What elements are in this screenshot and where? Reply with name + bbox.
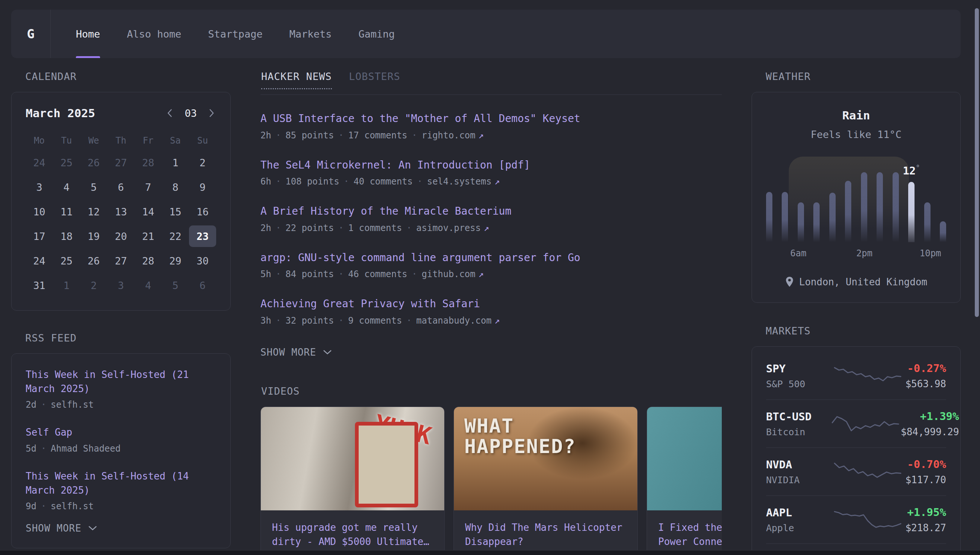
calendar-day: 10	[26, 201, 53, 223]
bottom-edge-band	[0, 550, 980, 555]
news-item-title[interactable]: Achieving Great Privacy with Safari	[260, 297, 722, 312]
source-link[interactable]: github.com↗	[422, 269, 484, 279]
market-row-spy[interactable]: SPYS&P 500-0.27%$563.98	[766, 352, 946, 399]
video-title[interactable]: I Fixed the 5Power Connect	[658, 521, 722, 549]
video-title[interactable]: Why Did The Mars HelicopterDisappear?	[465, 521, 626, 549]
weather-bar	[829, 193, 836, 242]
thumbnail-overlay-text: WHAT HAPPENED?	[464, 416, 637, 456]
calendar-next-icon[interactable]	[207, 107, 216, 119]
video-card[interactable]: YUCKHis upgrade got me reallydirty - AMD…	[260, 407, 444, 555]
weather-feels-like: Feels like 11°C	[765, 129, 947, 140]
weather-location: London, United Kingdom	[799, 276, 927, 287]
calendar-day: 2	[80, 274, 107, 296]
calendar-day: 21	[135, 225, 162, 247]
nav-tab-also-home[interactable]: Also home	[127, 10, 181, 58]
news-tab-hacker-news[interactable]: HACKER NEWS	[261, 71, 332, 89]
news-tabs: HACKER NEWSLOBSTERS	[261, 71, 722, 89]
weather-bar	[877, 172, 883, 242]
news-item-title[interactable]: A USB Interface to the "Mother of All De…	[260, 111, 722, 127]
calendar-day: 13	[107, 201, 134, 223]
market-sparkline	[830, 459, 905, 485]
weather-chart: 12°	[765, 157, 947, 242]
weather-condition: Rain	[765, 109, 947, 122]
news-tab-lobsters[interactable]: LOBSTERS	[349, 71, 400, 89]
weather-bar-slot: 12°	[908, 172, 914, 242]
source-link[interactable]: righto.com↗	[422, 130, 484, 141]
video-card-body: His upgrade got me reallydirty - AMD $50…	[261, 510, 444, 555]
source-link[interactable]: asimov.press↗	[416, 223, 489, 233]
nav-tab-gaming[interactable]: Gaming	[358, 10, 395, 58]
market-change: +1.39%	[901, 410, 959, 423]
weather-bar-slot	[829, 172, 836, 242]
weather-bar	[924, 202, 930, 242]
item-meta: 3h·32 points·9 comments·matanabudy.com↗	[260, 316, 722, 326]
meta-part: 2h	[260, 130, 271, 141]
external-link-icon: ↗	[478, 269, 484, 279]
chevron-down-icon	[87, 525, 98, 532]
calendar-day: 15	[162, 201, 189, 223]
news-item-title[interactable]: A Brief History of the Miracle Bacterium	[260, 204, 722, 219]
market-values: -0.70%$117.70	[905, 458, 946, 486]
market-price: $563.98	[905, 378, 946, 390]
meta-part: 2d	[26, 399, 37, 410]
market-row-btc-usd[interactable]: BTC-USDBitcoin+1.39%$84,999.29	[766, 399, 946, 448]
nav-tab-markets[interactable]: Markets	[289, 10, 332, 58]
weather-bar-slot	[782, 172, 788, 242]
video-title[interactable]: His upgrade got me reallydirty - AMD $50…	[272, 521, 433, 549]
calendar-prev-icon[interactable]	[165, 107, 175, 119]
weather-bar	[845, 181, 851, 242]
rss-show-more-button[interactable]: SHOW MORE	[26, 523, 98, 534]
news-show-more-button[interactable]: SHOW MORE	[260, 347, 333, 358]
calendar-day: 24	[26, 250, 53, 271]
source-link[interactable]: sel4.systems↗	[427, 176, 500, 187]
calendar-day: 17	[26, 225, 53, 247]
news-item: A Brief History of the Miracle Bacterium…	[260, 204, 722, 233]
news-item: argp: GNU-style command line argument pa…	[260, 250, 722, 280]
videos-carousel: YUCKHis upgrade got me reallydirty - AMD…	[260, 407, 722, 555]
app-logo[interactable]: G	[11, 10, 51, 58]
rss-item-title[interactable]: This Week in Self-Hosted (14 March 2025)	[26, 470, 216, 497]
market-symbol: AAPL	[766, 506, 830, 519]
video-card[interactable]: WHAT HAPPENED?Why Did The Mars Helicopte…	[454, 407, 638, 555]
market-values: +1.95%$218.27	[905, 506, 946, 533]
weather-bar-slot	[798, 172, 804, 242]
markets-card: SPYS&P 500-0.27%$563.98BTC-USDBitcoin+1.…	[752, 346, 961, 555]
calendar-day: 4	[53, 176, 80, 198]
weather-bar	[798, 202, 804, 242]
market-row-aapl[interactable]: AAPLApple+1.95%$218.27	[766, 496, 946, 544]
market-name: NVIDIA	[766, 475, 830, 486]
weather-bar-slot	[877, 172, 883, 242]
calendar-day: 26	[80, 152, 107, 173]
calendar-weekday: Th	[107, 132, 134, 149]
calendar-weekday: We	[80, 132, 107, 149]
source-link[interactable]: matanabudy.com↗	[416, 316, 500, 326]
market-id: NVDANVIDIA	[766, 458, 830, 486]
rss-item-title[interactable]: This Week in Self-Hosted (21 March 2025)	[26, 368, 216, 396]
calendar-grid: MoTuWeThFrSaSu24252627281234567891011121…	[26, 132, 216, 296]
market-values: -0.27%$563.98	[905, 362, 946, 390]
nav-tab-home[interactable]: Home	[76, 10, 100, 58]
nav-tabs: HomeAlso homeStartpageMarketsGaming	[51, 10, 395, 58]
market-symbol: NVDA	[766, 458, 830, 471]
page-scrollbar-thumb[interactable]	[975, 8, 979, 317]
middle-column: HACKER NEWSLOBSTERS A USB Interface to t…	[260, 71, 722, 555]
news-item-title[interactable]: argp: GNU-style command line argument pa…	[260, 250, 722, 266]
rss-item-title[interactable]: Self Gap	[26, 425, 216, 440]
meta-separator-dot: ·	[412, 269, 417, 279]
meta-separator-dot: ·	[338, 130, 343, 141]
weather-bars: 12°	[766, 172, 946, 242]
market-row-nvda[interactable]: NVDANVIDIA-0.70%$117.70	[766, 448, 946, 496]
news-item-title[interactable]: The SeL4 Microkernel: An Introduction [p…	[260, 158, 722, 173]
calendar-day: 8	[162, 176, 189, 198]
video-card[interactable]: DOTHTI Fixed the 5Power Connect3d·Linus …	[646, 407, 722, 555]
meta-separator-dot: ·	[41, 399, 46, 410]
meta-part: 46 comments	[348, 269, 407, 279]
meta-part: 108 points	[285, 176, 339, 187]
meta-part: 32 points	[285, 316, 334, 326]
external-link-icon: ↗	[484, 223, 489, 233]
rss-item: Self Gap5d·Ahmad Shadeed	[26, 425, 216, 454]
chevron-down-icon	[322, 349, 333, 356]
calendar-weekday: Mo	[26, 132, 53, 149]
nav-tab-startpage[interactable]: Startpage	[208, 10, 262, 58]
market-symbol: SPY	[766, 362, 830, 375]
